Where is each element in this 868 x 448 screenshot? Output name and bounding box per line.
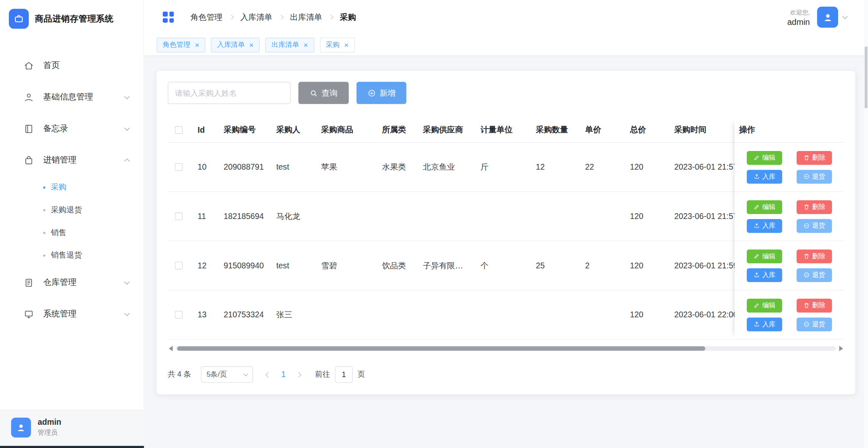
cell-id: 11 [198,192,224,241]
close-icon[interactable]: × [249,41,254,49]
tag-purchase[interactable]: 采购 × [320,37,355,52]
chevron-down-icon [124,279,130,284]
close-icon[interactable]: × [344,41,349,49]
chevron-down-icon[interactable] [842,14,848,19]
row-checkbox[interactable] [175,262,183,270]
sidebar-item-purchase-sale[interactable]: 进销管理 [0,144,143,176]
breadcrumb-item[interactable]: 入库清单 [240,12,272,22]
edit-button[interactable]: 编辑 [747,298,782,312]
table-toolbar: 查询 新增 [168,82,844,104]
app-logo: 商品进销存管理系统 [0,0,143,35]
return-button[interactable]: 退货 [797,268,832,282]
edit-button[interactable]: 编辑 [747,249,782,263]
cell-supplier: 北京鱼业 [423,143,481,191]
inbound-button[interactable]: 入库 [747,219,782,232]
col-price: 单价 [585,117,630,142]
query-button[interactable]: 查询 [298,82,349,104]
sidebar-subitem-label: 销售退货 [51,250,82,260]
sidebar-item-home[interactable]: 首页 [0,50,143,81]
cell-supplier: 子异有限… [423,241,481,290]
col-supplier: 采购供应商 [423,117,481,142]
inbound-button[interactable]: 入库 [747,170,782,183]
page-size-select[interactable]: 5条/页 [201,366,253,383]
delete-button[interactable]: 删除 [797,151,832,164]
scroll-right-arrow-icon[interactable] [839,346,843,351]
goto-label: 前往 [315,370,330,380]
current-page[interactable]: 1 [281,370,286,379]
cell-qty: 25 [536,241,585,290]
close-icon[interactable]: × [303,41,308,49]
edit-button[interactable]: 编辑 [747,200,782,214]
breadcrumb-item[interactable]: 角色管理 [191,12,223,22]
scroll-left-arrow-icon[interactable] [169,346,173,351]
cell-category [382,192,423,241]
tag-role-management[interactable]: 角色管理 × [156,37,205,52]
row-checkbox[interactable] [175,163,183,171]
add-button[interactable]: 新增 [357,82,406,104]
sidebar-item-label: 首页 [43,60,129,71]
apps-grid-icon[interactable] [163,12,174,23]
sidebar-subitem-sale-return[interactable]: 销售退货 [0,244,143,267]
sidebar-subitem-purchase[interactable]: 采购 [0,176,143,199]
select-all-checkbox[interactable] [175,126,183,134]
sidebar-user-text: admin 管理员 [38,418,61,438]
return-button[interactable]: 退货 [797,219,832,232]
content-area: 查询 新增 Id 采购编 [144,55,868,448]
trash-icon [803,302,810,309]
purchase-card: 查询 新增 Id 采购编 [156,71,855,394]
cell-price [585,192,630,241]
breadcrumb-item[interactable]: 出库清单 [290,12,322,22]
sidebar-item-memo[interactable]: 备忘录 [0,113,143,144]
return-icon [803,321,810,327]
return-button[interactable]: 退货 [797,170,832,183]
delete-button[interactable]: 删除 [797,200,832,214]
close-icon[interactable]: × [195,41,199,49]
briefcase-logo-icon [9,9,29,29]
chevron-right-icon [229,15,234,19]
cell-price: 2 [585,241,630,290]
inbound-button[interactable]: 入库 [747,317,782,331]
sidebar-user-panel[interactable]: admin 管理员 [0,409,143,446]
inbound-button[interactable]: 入库 [747,268,782,282]
next-page-button[interactable] [297,373,301,376]
edit-icon [753,253,760,259]
row-checkbox[interactable] [175,212,183,220]
tag-outbound-list[interactable]: 出库清单 × [265,37,314,52]
scrollbar-track[interactable] [176,346,836,351]
col-code: 采购编号 [224,117,276,142]
sidebar-subitem-purchase-return[interactable]: 采购退货 [0,199,143,222]
header-avatar[interactable] [817,7,838,28]
edit-icon [753,154,760,161]
sidebar-item-system[interactable]: 系统管理 [0,298,143,330]
sidebar-subitem-sale[interactable]: 销售 [0,221,143,244]
scrollbar-thumb[interactable] [177,346,705,351]
tag-label: 出库清单 [271,40,299,50]
sidebar-bottom-bar [0,446,144,448]
return-icon [803,173,810,180]
inbound-icon [753,173,760,180]
tag-inbound-list[interactable]: 入库清单 × [211,37,260,52]
row-checkbox[interactable] [175,311,183,319]
cell-price [585,290,630,339]
cell-code: 210753324 [224,290,276,339]
edit-button[interactable]: 编辑 [747,151,782,164]
goto-page-input[interactable] [335,366,353,383]
vertical-scrollbar-thumb[interactable] [865,46,868,108]
sidebar-item-warehouse[interactable]: 仓库管理 [0,267,143,298]
edit-icon [753,302,760,309]
trash-icon [803,154,810,161]
cell-product: 苹果 [321,143,382,191]
return-button[interactable]: 退货 [797,317,832,331]
search-input[interactable] [168,82,291,104]
pagination-total: 共 4 条 [168,370,191,380]
sidebar-item-basic-info[interactable]: 基础信息管理 [0,81,143,113]
cell-product [321,192,382,241]
vertical-scrollbar[interactable] [864,0,868,448]
prev-page-button[interactable] [266,373,270,376]
delete-button[interactable]: 删除 [797,249,832,263]
delete-button[interactable]: 删除 [797,298,832,312]
col-actions: 操作 [735,117,844,143]
tag-label: 入库清单 [217,40,245,50]
col-qty: 采购数量 [536,117,585,142]
col-category: 所属类 [382,117,423,142]
